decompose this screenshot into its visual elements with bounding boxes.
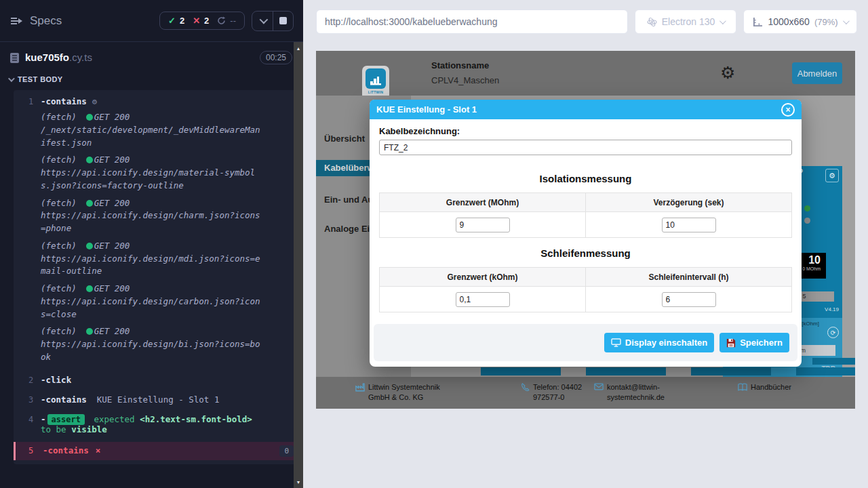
status-dot-gray: [804, 218, 810, 224]
loop-table: Grenzwert (kOhm) Schleifenintervall (h): [379, 267, 792, 312]
viewport-size: 1000x660: [768, 16, 810, 27]
browser-selector[interactable]: Electron 130: [635, 9, 736, 34]
collapse-button[interactable]: [252, 12, 273, 30]
command-contains: -contains: [41, 96, 87, 106]
run-controls: [252, 11, 294, 31]
electron-icon: [647, 17, 657, 27]
isolation-table: Grenzwert (MOhm) Verzögerung (sek): [379, 192, 792, 238]
display-on-button[interactable]: Display einschalten: [604, 333, 714, 352]
fetch-log: (fetch)GET 200 https://api.iconify.desig…: [41, 325, 264, 363]
scroll-up-icon[interactable]: ▲: [294, 43, 303, 53]
chevron-down-icon: [843, 18, 850, 24]
reporter-header: Specs ✓2 ✕2 --: [0, 0, 303, 42]
fetch-url: https://api.iconify.design/mdi.json?icon…: [41, 253, 264, 279]
loop-limit-input[interactable]: [456, 292, 510, 307]
book-icon: [738, 383, 747, 391]
fetch-log: (fetch)GET 200 https://api.iconify.desig…: [41, 240, 264, 278]
status-dot-icon: [86, 328, 93, 335]
stop-icon: [279, 17, 287, 24]
viewport-zoom: (79%): [814, 17, 838, 27]
station-name: CPLV4_Maschen: [431, 75, 499, 85]
column-header: Grenzwert (MOhm): [380, 193, 586, 212]
footer-company: Littwin Systemtechnik GmbH & Co. KG: [355, 382, 443, 403]
run-stats: ✓2 ✕2 --: [159, 12, 245, 30]
cable-designation-label: Kabelbezeichnung:: [379, 126, 792, 136]
gear-icon[interactable]: ⚙: [825, 169, 839, 182]
cable-designation-input[interactable]: [379, 140, 792, 155]
fail-x-icon: ×: [96, 445, 101, 455]
status-dot-icon: [86, 157, 93, 163]
column-header: Grenzwert (kOhm): [380, 268, 586, 287]
app-header: LITTWIN Stationsname CPLV4_Maschen ⚙ Abm…: [316, 51, 855, 96]
viewport-selector[interactable]: 1000x660 (79%): [743, 9, 857, 34]
iso-delay-input[interactable]: [662, 218, 716, 232]
restart-icon: [217, 16, 226, 25]
settings-gear-icon[interactable]: ⚙: [720, 63, 735, 83]
chevron-down-icon: [259, 16, 268, 24]
footer-email[interactable]: kontakt@littwin-systemtechnik.de: [594, 382, 674, 403]
command-row[interactable]: 1 -contains⚙ (fetch)GET 200 /_next/stati…: [14, 93, 298, 369]
cypress-reporter-panel: Specs ✓2 ✕2 -- kue705fo.cy.ts 00:25 TEST…: [0, 0, 303, 488]
command-row-failed[interactable]: 5 -contains× 0: [14, 442, 298, 460]
station-label: Stationsname: [431, 60, 489, 70]
status-dot-icon: [86, 243, 93, 249]
chevron-down-icon: [8, 75, 15, 82]
test-body-header[interactable]: TEST BODY: [0, 71, 303, 89]
email-icon: [594, 383, 604, 390]
spec-file-icon: [9, 52, 20, 64]
url-input[interactable]: [316, 9, 628, 34]
line-number: 2: [14, 375, 41, 385]
command-argument: KUE Einstellung - Slot 1: [87, 394, 220, 405]
specs-menu-icon[interactable]: [9, 16, 23, 26]
logout-button[interactable]: Abmelden: [792, 62, 842, 84]
save-button[interactable]: Speichern: [719, 333, 789, 352]
fetch-url: https://api.iconify.design/charm.json?ic…: [41, 209, 264, 235]
line-number: 1: [14, 96, 41, 365]
loop-interval-input[interactable]: [662, 292, 716, 307]
status-dot-icon: [86, 200, 93, 207]
spec-name: kue705fo: [25, 52, 69, 63]
command-row[interactable]: 3 -contains KUE Einstellung - Slot 1: [14, 391, 298, 408]
fetch-url: https://api.iconify.design/material-symb…: [41, 167, 264, 192]
line-number: 5: [16, 445, 43, 457]
ruler-icon: [753, 17, 763, 26]
command-row[interactable]: 2 -click: [14, 371, 298, 388]
logo-icon: [366, 68, 386, 89]
app-footer: Littwin Systemtechnik GmbH & Co. KG Tele…: [316, 377, 855, 409]
command-row-assert[interactable]: 4 -assert expected <h2.text-sm.font-bold…: [14, 411, 298, 438]
specs-title: Specs: [30, 14, 62, 28]
command-contains: -contains: [43, 445, 89, 455]
close-icon[interactable]: ×: [781, 103, 795, 117]
fetch-url: /_next/static/development/_devMiddleware…: [41, 124, 264, 150]
check-icon: ✓: [168, 16, 176, 26]
floppy-disk-icon: [726, 338, 736, 348]
fetch-log: (fetch)GET 200 https://api.iconify.desig…: [41, 197, 264, 235]
version-label: V4.19: [825, 306, 839, 312]
column-header: Schleifenintervall (h): [586, 268, 792, 287]
x-icon: ✕: [193, 16, 200, 26]
window-scrollbar[interactable]: ▲ ▼: [294, 42, 303, 488]
modal-header: KUE Einstellung - Slot 1 ×: [370, 100, 802, 119]
factory-icon: [355, 383, 365, 392]
stop-button[interactable]: [273, 12, 293, 30]
command-log: 1 -contains⚙ (fetch)GET 200 /_next/stati…: [14, 90, 298, 464]
spec-file-row[interactable]: kue705fo.cy.ts 00:25: [0, 42, 303, 71]
stat-pending: --: [217, 16, 236, 26]
refresh-icon[interactable]: ⟳: [827, 327, 839, 338]
test-body-label: TEST BODY: [18, 75, 63, 83]
iso-limit-input[interactable]: [456, 218, 510, 232]
retry-count-badge: 0: [279, 445, 294, 457]
fetch-url: https://api.iconify.design/carbon.json?i…: [41, 296, 264, 321]
command-click: -click: [41, 375, 71, 385]
isolation-heading: Isolationsmessung: [379, 173, 792, 184]
logo-wordmark: LITTWIN: [366, 90, 386, 94]
footer-manuals[interactable]: Handbücher: [738, 382, 791, 392]
footer-phone: Telefon: 04402 972577-0: [521, 382, 592, 403]
modal-title: KUE Einstellung - Slot 1: [376, 104, 477, 115]
monitor-icon: [611, 338, 621, 347]
browser-name: Electron 130: [662, 16, 715, 27]
chevron-down-icon: [719, 18, 726, 24]
scroll-down-icon[interactable]: ▼: [294, 477, 303, 487]
stat-passed: ✓2: [168, 16, 184, 26]
stat-failed: ✕2: [193, 16, 209, 26]
